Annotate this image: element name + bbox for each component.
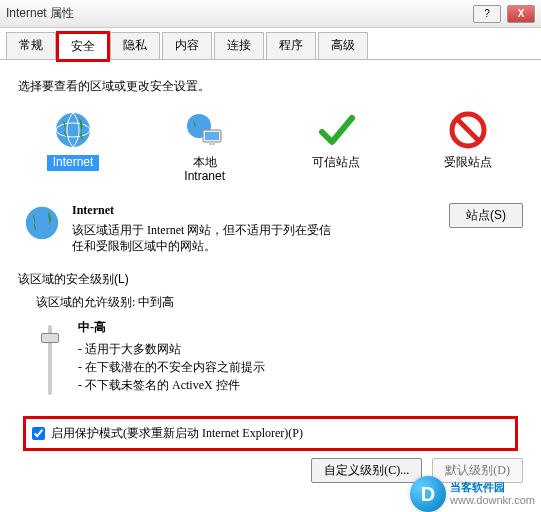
svg-rect-5 (209, 142, 215, 145)
tab-content[interactable]: 内容 (162, 32, 212, 59)
custom-level-button[interactable]: 自定义级别(C)... (311, 458, 422, 483)
sites-button[interactable]: 站点(S) (449, 203, 523, 228)
zone-label: 受限站点 (438, 155, 498, 171)
zone-instruction: 选择要查看的区域或更改安全设置。 (18, 78, 523, 95)
help-button[interactable]: ? (473, 5, 501, 23)
globe-icon (22, 203, 62, 243)
tab-general[interactable]: 常规 (6, 32, 56, 59)
zone-label: 可信站点 (306, 155, 366, 171)
bullet: - 在下载潜在的不安全内容之前提示 (78, 358, 265, 376)
protected-mode-label[interactable]: 启用保护模式(要求重新启动 Internet Explorer)(P) (51, 425, 303, 442)
tab-panel-security: 选择要查看的区域或更改安全设置。 Internet 本地 Intranet 可信… (0, 60, 541, 493)
slider-row: 中-高 - 适用于大多数网站 - 在下载潜在的不安全内容之前提示 - 不下载未签… (38, 319, 523, 409)
bullet: - 适用于大多数网站 (78, 340, 265, 358)
tab-connections[interactable]: 连接 (214, 32, 264, 59)
svg-rect-4 (205, 132, 219, 140)
zone-trusted[interactable]: 可信站点 (291, 105, 381, 189)
zone-name: Internet (72, 203, 439, 218)
tab-security[interactable]: 安全 (58, 33, 108, 60)
watermark-logo-icon: D (410, 476, 446, 512)
close-button[interactable]: X (507, 5, 535, 23)
zone-restricted[interactable]: 受限站点 (423, 105, 513, 189)
tab-programs[interactable]: 程序 (266, 32, 316, 59)
zone-intranet[interactable]: 本地 Intranet (160, 105, 250, 189)
protected-mode-checkbox[interactable] (32, 427, 45, 440)
security-level-section: 该区域的安全级别(L) 该区域的允许级别: 中到高 中-高 - 适用于大多数网站… (18, 271, 523, 483)
forbidden-icon (447, 109, 489, 151)
level-bullets: - 适用于大多数网站 - 在下载潜在的不安全内容之前提示 - 不下载未签名的 A… (78, 340, 265, 394)
allowed-levels-label: 该区域的允许级别: 中到高 (36, 294, 523, 311)
globe-icon (52, 109, 94, 151)
window-title: Internet 属性 (6, 5, 473, 22)
zone-label: 本地 Intranet (178, 155, 231, 185)
security-level-label: 该区域的安全级别(L) (18, 271, 523, 288)
tab-strip: 常规 安全 隐私 内容 连接 程序 高级 (0, 28, 541, 60)
svg-line-7 (458, 120, 478, 140)
tab-privacy[interactable]: 隐私 (110, 32, 160, 59)
globe-monitor-icon (184, 109, 226, 151)
zone-label: Internet (47, 155, 100, 171)
zone-description: 该区域适用于 Internet 网站，但不适用于列在受信任和受限制区域中的网站。 (72, 222, 332, 256)
bullet: - 不下载未签名的 ActiveX 控件 (78, 376, 265, 394)
slider-description: 中-高 - 适用于大多数网站 - 在下载潜在的不安全内容之前提示 - 不下载未签… (78, 319, 265, 394)
svg-point-0 (56, 113, 90, 147)
svg-point-8 (26, 206, 58, 238)
zone-internet[interactable]: Internet (28, 105, 118, 189)
watermark-name: 当客软件园 (450, 481, 535, 494)
protected-mode-row: 启用保护模式(要求重新启动 Internet Explorer)(P) (26, 419, 515, 448)
slider-track (48, 325, 52, 395)
level-name: 中-高 (78, 319, 265, 336)
title-bar: Internet 属性 ? X (0, 0, 541, 28)
window-buttons: ? X (473, 5, 535, 23)
zone-list: Internet 本地 Intranet 可信站点 受限站点 (28, 105, 513, 189)
watermark-url: www.downkr.com (450, 494, 535, 507)
tab-advanced[interactable]: 高级 (318, 32, 368, 59)
zone-description-text: Internet 该区域适用于 Internet 网站，但不适用于列在受信任和受… (72, 203, 439, 256)
security-slider[interactable] (38, 319, 62, 409)
slider-thumb[interactable] (41, 333, 59, 343)
check-icon (315, 109, 357, 151)
watermark: D 当客软件园 www.downkr.com (410, 476, 535, 512)
zone-description-row: Internet 该区域适用于 Internet 网站，但不适用于列在受信任和受… (22, 203, 523, 256)
